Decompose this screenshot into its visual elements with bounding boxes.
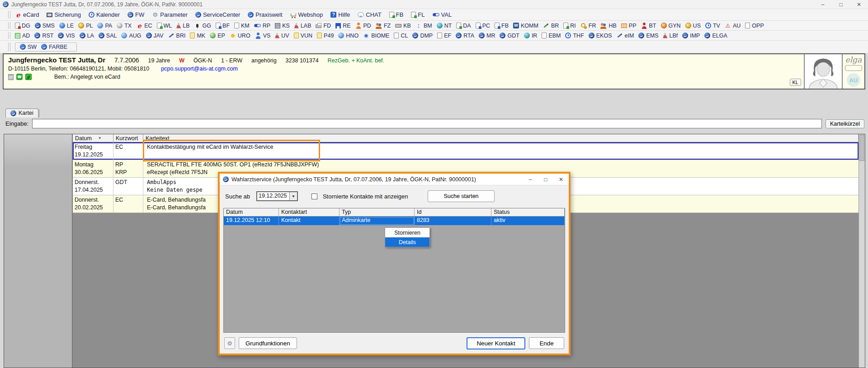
toolbar-item-hno[interactable]: HNO [338,33,359,39]
toolbar-item-parameter[interactable]: Parameter [152,11,188,18]
column-header-kontaktart[interactable]: Kontaktart [279,208,340,216]
toolbar-item-gdt[interactable]: GDT [500,33,519,39]
toolbar-item-sal[interactable]: SAL [99,33,117,39]
toolbar-item-aug[interactable]: AUG [121,33,141,39]
toolbar-item-mr[interactable]: MR [479,33,495,39]
toolbar-item-le[interactable]: LE [59,23,74,29]
toolbar-item-ebm[interactable]: EBM [542,33,561,39]
toolbar-item-lb[interactable]: LB [176,23,189,29]
toolbar-item-bm[interactable]: BM [415,23,432,29]
toolbar-item-praxiswelt[interactable]: Praxiswelt [248,11,282,18]
maximize-button[interactable]: □ [832,0,850,9]
toolbar-item-sms[interactable]: SMS [35,23,55,29]
toolbar-item-komm[interactable]: KOMM [513,23,538,29]
toolbar-item-dg[interactable]: DG [15,23,30,29]
toolbar-item-bri[interactable]: BRI [168,33,186,39]
column-header-datum[interactable]: Datum [224,208,279,216]
calculator-icon[interactable] [8,74,14,80]
toolbar-item-pl[interactable]: PL [78,23,93,29]
toolbar-item-ef[interactable]: EF [437,33,451,39]
toolbar-item-re[interactable]: RE [335,23,350,29]
toolbar-item-lab[interactable]: LAB [294,23,311,29]
toolbar-item-tx[interactable]: TX [117,23,132,29]
minimize-button[interactable]: – [814,0,832,9]
column-header-kurzwort[interactable]: Kurzwort [113,134,143,142]
toolbar-item-pp[interactable]: PP [621,23,637,29]
toolbar-item-dmp[interactable]: DMP [412,33,433,39]
toolbar-item-br[interactable]: BR [543,23,559,29]
toolbar-item-vun[interactable]: VUN [294,33,312,39]
toolbar-item-vs[interactable]: VS [255,33,271,39]
combobox-dropdown-icon[interactable]: ▼ [289,192,297,200]
toolbar-item-bt[interactable]: BT [641,23,656,29]
close-button[interactable]: ✕ [850,0,868,9]
kartei-row[interactable]: Freitag19.12.2025ECKontaktbestätigung mi… [73,142,859,160]
search-date-combobox[interactable]: 19.12.2025 ▼ [256,191,298,201]
toolbar-item-ep[interactable]: EP [210,33,225,39]
toolbar-item-gg[interactable]: GG [194,23,211,29]
toolbar-item-sw[interactable]: SW [20,44,37,50]
toolbar-item-tv[interactable]: TV [705,23,720,29]
toolbar-item-pc[interactable]: PC [476,23,490,29]
toolbar-item-fr[interactable]: FR [580,23,596,29]
toolbar-item-sicherung[interactable]: Sicherung [47,11,81,18]
toolbar-item-au[interactable]: AU [725,23,741,29]
toolbar-item-wl[interactable]: WL [157,23,172,29]
toolbar-item-servicecenter[interactable]: ServiceCenter [195,11,240,18]
toolbar-item-opp[interactable]: OPP [745,23,764,29]
toolbar-item-thf[interactable]: THF [565,33,584,39]
ende-button[interactable]: Ende [529,337,564,349]
toolbar-item-kb[interactable]: KB [395,23,411,29]
phone-icon[interactable] [16,74,23,80]
neuer-kontakt-button[interactable]: Neuer Kontakt [467,337,525,349]
karteikuerzel-button[interactable]: Karteikürzel [826,119,864,128]
toolbar-item-nt[interactable]: NT [437,23,452,29]
toolbar-item-val[interactable]: VAL [433,11,452,18]
stornierte-checkbox[interactable] [311,193,317,199]
toolbar-item-rst[interactable]: RST [34,33,53,39]
toolbar-item-uv[interactable]: UV [275,33,289,39]
toolbar-item-rp[interactable]: RP [254,23,270,29]
toolbar-item-rta[interactable]: RTA [456,33,474,39]
toolbar-item-hb[interactable]: HB [600,23,616,29]
toolbar-item-la[interactable]: LA [80,33,94,39]
context-menu-item-details[interactable]: Details [385,237,429,247]
toolbar-item-kalender[interactable]: Kalender [89,11,120,18]
grundfunktionen-button[interactable]: Grundfunktionen [239,337,297,349]
dialog-maximize-button[interactable]: □ [538,174,553,185]
toolbar-item-bf[interactable]: BF [216,23,230,29]
toolbar-item-lbf[interactable]: LBf [663,33,678,39]
column-header-karteitext[interactable]: Karteitext [143,134,859,142]
kontakt-row-selected[interactable]: 19.12.2025 12:10 Kontakt Adminkarte 8283… [224,217,565,225]
toolbar-item-chat[interactable]: CHAT [358,11,381,18]
toolbar-item-imp[interactable]: IMP [682,33,700,39]
toolbar-item-p49[interactable]: P49 [317,33,334,39]
toolbar-item-webshop[interactable]: Webshop [290,11,323,18]
toolbar-item-hilfe[interactable]: Hilfe [330,11,350,18]
context-menu-item-stornieren[interactable]: Stornieren [385,228,429,237]
column-header-datum[interactable]: Datum ▼ [73,134,113,142]
toolbar-item-ekos[interactable]: EKOS [589,33,612,39]
column-header-id[interactable]: Id [415,208,491,216]
toolbar-item-mk[interactable]: MK [190,33,205,39]
toolbar-item-fl[interactable]: FL [411,11,425,18]
toolbar-item-uro[interactable]: URO [230,33,250,39]
toolbar-item-ri[interactable]: RI [563,23,576,29]
toolbar-item-cl[interactable]: CL [394,33,408,39]
toolbar-item-pd[interactable]: PD [355,23,371,29]
toolbar-item-km[interactable]: KM [234,23,250,29]
toolbar-item-gyn[interactable]: GYN [661,23,681,29]
toolbar-item-fb[interactable]: FB [495,23,509,29]
toolbar-item-biome[interactable]: BIOME [363,33,389,39]
toolbar-item-ir[interactable]: IR [524,33,538,39]
patient-email-link[interactable]: pcpo.support@ais-at.cgm.com [161,66,238,72]
toolbar-item-fz[interactable]: FZ [376,23,391,29]
toolbar-item-ecard[interactable]: eCard [15,11,39,18]
toolbar-item-ems[interactable]: EMS [638,33,658,39]
toolbar-item-vis[interactable]: VIS [58,33,75,39]
scrollbar-thumb[interactable] [859,135,864,161]
toolbar-item-fb[interactable]: FB [389,11,404,18]
column-header-typ[interactable]: Typ [340,208,415,216]
toolbar-item-fd[interactable]: FD [316,23,331,29]
toolbar-item-elga[interactable]: ELGA [704,33,727,39]
